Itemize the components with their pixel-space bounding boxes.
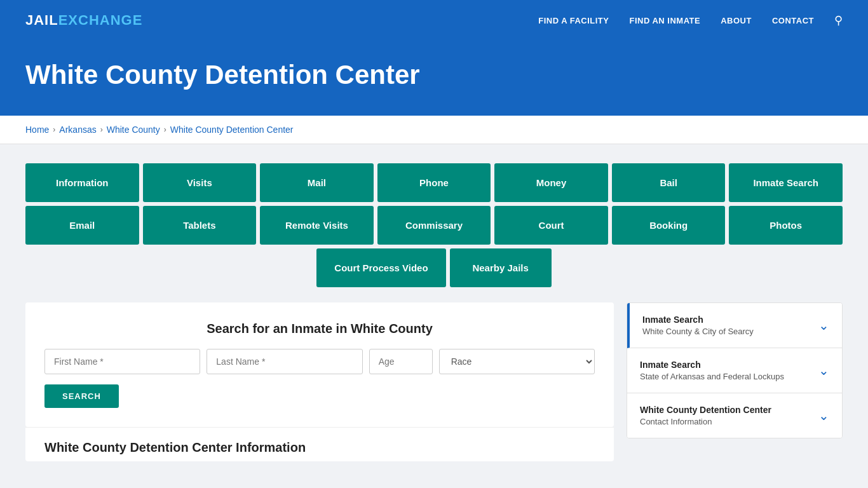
- sidebar-item-subtitle-2: Contact Information: [640, 417, 771, 426]
- logo[interactable]: JAILEXCHANGE: [25, 12, 142, 29]
- sidebar-item-title-1: Inmate Search: [640, 360, 784, 370]
- hero-banner: White County Detention Center: [0, 41, 868, 116]
- nav-about[interactable]: ABOUT: [721, 16, 752, 25]
- sidebar-item-text-1: Inmate Search State of Arkansas and Fede…: [640, 360, 784, 381]
- search-card-title: Search for an Inmate in White County: [44, 322, 595, 336]
- btn-email[interactable]: Email: [25, 206, 139, 245]
- age-input[interactable]: [369, 349, 433, 374]
- btn-inmate-search[interactable]: Inmate Search: [729, 163, 843, 202]
- lower-section: Search for an Inmate in White County Rac…: [25, 302, 843, 461]
- race-select[interactable]: Race White Black Hispanic Asian Other: [439, 349, 595, 374]
- sidebar-item-subtitle-1: State of Arkansas and Federal Lockups: [640, 372, 784, 381]
- btn-court-process-video[interactable]: Court Process Video: [316, 248, 445, 287]
- main-nav: FIND A FACILITY FIND AN INMATE ABOUT CON…: [538, 13, 843, 27]
- page-title: White County Detention Center: [25, 60, 843, 90]
- breadcrumb-white-county[interactable]: White County: [107, 125, 160, 135]
- search-icon[interactable]: ⚲: [834, 13, 843, 27]
- search-card: Search for an Inmate in White County Rac…: [25, 302, 614, 427]
- nav-find-facility[interactable]: FIND A FACILITY: [538, 16, 609, 25]
- search-button[interactable]: SEARCH: [44, 384, 119, 408]
- breadcrumb-bar: Home › Arkansas › White County › White C…: [0, 116, 868, 144]
- btn-mail[interactable]: Mail: [260, 163, 374, 202]
- search-inputs: Race White Black Hispanic Asian Other: [44, 349, 595, 374]
- btn-phone[interactable]: Phone: [377, 163, 491, 202]
- btn-bail[interactable]: Bail: [612, 163, 726, 202]
- breadcrumb-sep-1: ›: [53, 125, 55, 134]
- breadcrumb-sep-3: ›: [164, 125, 166, 134]
- btn-visits[interactable]: Visits: [143, 163, 257, 202]
- sidebar-item-text-0: Inmate Search White County & City of Sea…: [642, 315, 754, 336]
- sidebar-item-text-2: White County Detention Center Contact In…: [640, 405, 771, 426]
- sidebar: Inmate Search White County & City of Sea…: [627, 302, 843, 438]
- sidebar-item-subtitle-0: White County & City of Searcy: [642, 327, 754, 336]
- sidebar-item-title-0: Inmate Search: [642, 315, 754, 325]
- btn-remote-visits[interactable]: Remote Visits: [260, 206, 374, 245]
- first-name-input[interactable]: [44, 349, 200, 374]
- section-title-below: White County Detention Center Informatio…: [25, 427, 614, 461]
- sidebar-item-1[interactable]: Inmate Search State of Arkansas and Fede…: [627, 348, 842, 393]
- breadcrumb-sep-2: ›: [100, 125, 103, 134]
- breadcrumb: Home › Arkansas › White County › White C…: [25, 125, 843, 135]
- btn-commissary[interactable]: Commissary: [377, 206, 491, 245]
- btn-nearby-jails[interactable]: Nearby Jails: [450, 248, 552, 287]
- btn-booking[interactable]: Booking: [612, 206, 726, 245]
- chevron-down-icon-0: ⌄: [818, 318, 829, 333]
- chevron-down-icon-1: ⌄: [818, 363, 829, 378]
- btn-information[interactable]: Information: [25, 163, 139, 202]
- chevron-down-icon-2: ⌄: [818, 408, 829, 423]
- logo-jail: JAIL: [25, 12, 58, 29]
- btn-court[interactable]: Court: [494, 206, 608, 245]
- nav-contact[interactable]: CONTACT: [772, 16, 814, 25]
- buttons-row1: Information Visits Mail Phone Money Bail…: [25, 163, 843, 202]
- buttons-row3: Court Process Video Nearby Jails: [25, 248, 843, 287]
- btn-photos[interactable]: Photos: [729, 206, 843, 245]
- breadcrumb-current: White County Detention Center: [170, 125, 294, 135]
- btn-money[interactable]: Money: [494, 163, 608, 202]
- last-name-input[interactable]: [207, 349, 362, 374]
- sidebar-item-0[interactable]: Inmate Search White County & City of Sea…: [627, 303, 842, 348]
- btn-tablets[interactable]: Tablets: [143, 206, 257, 245]
- buttons-row2: Email Tablets Remote Visits Commissary C…: [25, 206, 843, 245]
- header: JAILEXCHANGE FIND A FACILITY FIND AN INM…: [0, 0, 868, 41]
- logo-exchange: EXCHANGE: [58, 12, 143, 29]
- breadcrumb-arkansas[interactable]: Arkansas: [59, 125, 96, 135]
- sidebar-item-2[interactable]: White County Detention Center Contact In…: [627, 393, 842, 438]
- breadcrumb-home[interactable]: Home: [25, 125, 49, 135]
- main-content: Information Visits Mail Phone Money Bail…: [0, 144, 868, 480]
- nav-find-inmate[interactable]: FIND AN INMATE: [629, 16, 700, 25]
- sidebar-item-title-2: White County Detention Center: [640, 405, 771, 415]
